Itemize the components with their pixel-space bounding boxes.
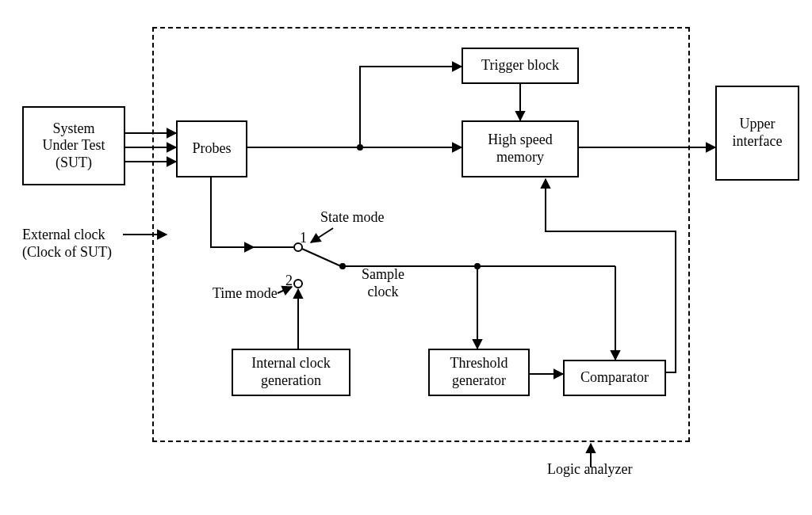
time-mode-label: Time mode bbox=[213, 285, 278, 303]
sut-box: SystemUnder Test(SUT) bbox=[22, 106, 125, 185]
comparator-label: Comparator bbox=[580, 369, 649, 387]
external-clock-label: External clock(Clock of SUT) bbox=[22, 227, 112, 261]
internal-clock-box: Internal clockgeneration bbox=[232, 349, 350, 396]
switch-pos-1: 1 bbox=[300, 230, 307, 247]
threshold-box: Thresholdgenerator bbox=[428, 349, 530, 396]
probes-label: Probes bbox=[193, 140, 232, 158]
sample-clock-label: Sampleclock bbox=[362, 266, 404, 300]
sut-label: SystemUnder Test(SUT) bbox=[43, 120, 105, 172]
threshold-label: Thresholdgenerator bbox=[450, 355, 508, 389]
upper-interface-box: Upperinterface bbox=[715, 86, 799, 181]
trigger-box: Trigger block bbox=[462, 48, 579, 84]
memory-label: High speedmemory bbox=[488, 132, 552, 166]
state-mode-label: State mode bbox=[320, 209, 384, 227]
upper-interface-label: Upperinterface bbox=[733, 116, 783, 150]
comparator-box: Comparator bbox=[563, 360, 666, 396]
internal-clock-label: Internal clockgeneration bbox=[251, 355, 330, 389]
probes-box: Probes bbox=[176, 120, 247, 177]
trigger-label: Trigger block bbox=[481, 57, 559, 74]
diagram-canvas: SystemUnder Test(SUT) Probes Trigger blo… bbox=[0, 0, 812, 515]
memory-box: High speedmemory bbox=[462, 120, 579, 177]
switch-pos-2: 2 bbox=[285, 273, 293, 290]
logic-analyzer-label: Logic analyzer bbox=[547, 461, 632, 479]
